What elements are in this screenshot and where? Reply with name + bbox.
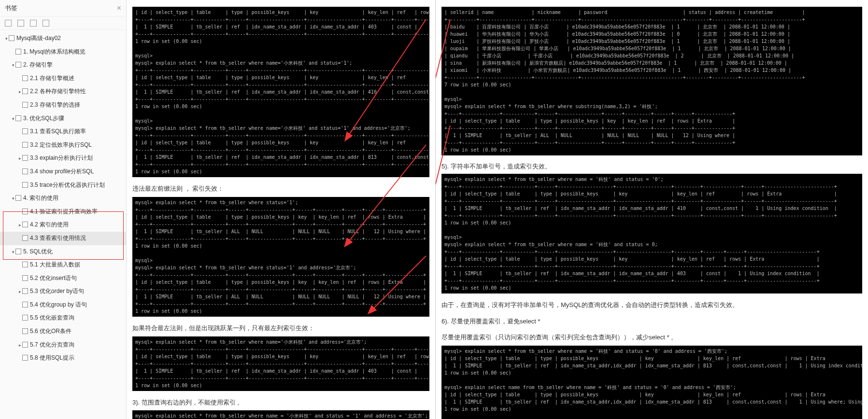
- bookmark-icon: [22, 168, 28, 174]
- bookmark-label: 3.1 查看SQL执行频率: [30, 128, 86, 135]
- bookmark-item[interactable]: 3.1 查看SQL执行频率: [0, 125, 126, 139]
- bookmark-icon: [22, 315, 28, 321]
- terminal-block: mysql> explain select * from tb_seller w…: [441, 346, 862, 419]
- bookmark-label: 3. 优化SQL步骤: [23, 115, 64, 122]
- bookmark-icon: [22, 75, 28, 81]
- bookmark-icon: [15, 249, 21, 254]
- tool-icon-2[interactable]: [17, 20, 24, 27]
- bookmark-item[interactable]: ▾4. 索引的使用: [0, 192, 126, 205]
- bookmark-label: 5.5 优化嵌套查询: [30, 314, 74, 321]
- terminal-block: mysql> explain select * from tb_seller w…: [441, 174, 862, 293]
- bookmark-item[interactable]: 5.2 优化insert语句: [0, 272, 126, 285]
- bookmark-item[interactable]: 3.4 show profile分析SQL: [0, 165, 126, 179]
- bookmark-item[interactable]: ▸5.3 优化order by语句: [0, 285, 126, 298]
- bookmark-label: 2.3 存储引擎的选择: [30, 101, 80, 108]
- terminal-block: mysql> explain select * from tb_seller w…: [132, 336, 429, 391]
- tool-icon-1[interactable]: [5, 20, 12, 27]
- bookmark-item[interactable]: 5.6 优化OR条件: [0, 325, 126, 338]
- bookmark-label: 2.1 存储引擎概述: [30, 75, 74, 82]
- bookmark-icon: [22, 142, 28, 148]
- caret-icon: [17, 354, 22, 362]
- tool-icon-3[interactable]: [30, 20, 37, 27]
- heading: 3). 范围查询右边的列，不能使用索引 。: [132, 398, 429, 408]
- bookmark-item[interactable]: 4.1 验证索引提升查询效率: [0, 205, 126, 219]
- tool-icon-4[interactable]: [43, 20, 49, 27]
- bookmark-item[interactable]: ▸3.3 explain分析执行计划: [0, 152, 126, 165]
- bookmark-label: Mysql高级-day02: [16, 35, 61, 42]
- bookmark-icon: [22, 302, 28, 307]
- bookmark-label: 4.2 索引的使用: [30, 221, 69, 228]
- bookmark-label: 5.3 优化order by语句: [30, 288, 84, 294]
- bookmark-item[interactable]: ▾Mysql高级-day02: [0, 32, 126, 45]
- bookmark-icon: [22, 155, 28, 161]
- sidebar-toolbar: [0, 17, 126, 30]
- bookmark-item[interactable]: ▸2.2 各种存储引擎特性: [0, 85, 126, 98]
- heading: 6). 尽量使用覆盖索引，避免select *: [441, 317, 862, 326]
- caret-icon: [17, 208, 22, 216]
- caret-icon: ▸: [17, 288, 22, 295]
- bookmark-icon: [22, 222, 28, 227]
- bookmark-item[interactable]: 5.5 优化嵌套查询: [0, 311, 126, 325]
- caret-icon: [17, 182, 22, 189]
- bookmark-icon: [15, 195, 21, 201]
- bookmark-item[interactable]: 2.3 存储引擎的选择: [0, 98, 126, 112]
- bookmark-icon: [22, 88, 28, 94]
- caret-icon: [17, 168, 22, 176]
- caret-icon: [17, 301, 22, 309]
- bookmark-icon: [22, 355, 28, 361]
- caret-icon: ▸: [17, 221, 22, 229]
- caret-icon: [17, 141, 22, 149]
- document-content: | id | select_type | table | type | poss…: [127, 0, 868, 419]
- caret-icon: [17, 261, 22, 269]
- bookmark-icon: [22, 235, 28, 241]
- bookmark-label: 1. Mysql的体系结构概览: [23, 48, 85, 55]
- bookmark-item[interactable]: ▸5.7 优化分页查询: [0, 338, 126, 352]
- caret-icon: [11, 48, 15, 56]
- bookmark-item[interactable]: ▸4.2 索引的使用: [0, 218, 126, 232]
- caret-icon: [17, 235, 22, 242]
- bookmark-item[interactable]: 2.1 存储引擎概述: [0, 72, 126, 85]
- bookmark-icon: [15, 49, 21, 55]
- bookmark-icon: [22, 128, 28, 134]
- caret-icon: ▾: [11, 115, 15, 123]
- paragraph: 如果符合最左法则，但是出现跳跃某一列，只有最左列索引生效：: [132, 323, 429, 334]
- terminal-block: | id | select_type | table | type | poss…: [132, 7, 429, 177]
- close-icon[interactable]: ×: [117, 4, 121, 13]
- caret-icon: ▾: [11, 195, 15, 202]
- bookmark-label: 5.1 大批量插入数据: [30, 261, 80, 268]
- terminal-block: mysql> explain select * from tb_seller w…: [132, 197, 429, 317]
- bookmark-item[interactable]: ▾5. SQL优化: [0, 245, 126, 259]
- sidebar-title: 书签: [5, 4, 17, 13]
- bookmark-item[interactable]: 5.8 使用SQL提示: [0, 351, 126, 365]
- caret-icon: ▸: [17, 154, 22, 162]
- bookmark-icon: [22, 102, 28, 108]
- bookmark-icon: [22, 209, 28, 214]
- paragraph: 由于，在查询是，没有对字符串加单引号，MySQL的查询优化器，会自动的进行类型转…: [441, 300, 862, 310]
- bookmark-item[interactable]: 5.1 大批量插入数据: [0, 258, 126, 272]
- caret-icon: [17, 328, 22, 335]
- bookmark-item[interactable]: 1. Mysql的体系结构概览: [0, 45, 126, 59]
- bookmark-tree: ▾Mysql高级-day02 1. Mysql的体系结构概览▾2. 存储引擎 2…: [0, 30, 126, 419]
- bookmark-label: 3.3 explain分析执行计划: [30, 154, 93, 161]
- bookmark-item[interactable]: 3.2 定位低效率执行SQL: [0, 139, 126, 152]
- bookmark-label: 5.4 优化group by 语句: [30, 301, 87, 308]
- bookmark-icon: [22, 328, 28, 334]
- terminal-block: mysql> explain select * from tb_seller w…: [132, 410, 429, 419]
- bookmark-item[interactable]: ▾3. 优化SQL步骤: [0, 112, 126, 126]
- bookmark-item[interactable]: ▾2. 存储引擎: [0, 58, 126, 72]
- bookmark-item[interactable]: 3.5 trace分析优化器执行计划: [0, 179, 126, 192]
- bookmark-icon: [22, 262, 28, 267]
- bookmarks-sidebar: 书签 × ▾Mysql高级-day02 1. Mysql的体系结构概览▾2. 存…: [0, 0, 127, 419]
- heading: 5). 字符串不加单引号，造成索引失效。: [441, 162, 862, 171]
- caret-icon: [17, 128, 22, 136]
- bookmark-item[interactable]: 4.3 查看索引使用情况: [0, 232, 126, 245]
- bookmark-icon: [15, 115, 21, 121]
- caret-icon: ▸: [17, 88, 22, 96]
- page-right: | sellerid | name | nickname | password …: [436, 0, 868, 419]
- bookmark-icon: [22, 275, 28, 281]
- bookmark-label: 2. 存储引擎: [23, 61, 53, 68]
- bookmark-item[interactable]: 5.4 优化group by 语句: [0, 298, 126, 312]
- sidebar-header: 书签 ×: [0, 0, 126, 17]
- caret-icon: [17, 101, 22, 109]
- bookmark-label: 5.8 使用SQL提示: [30, 354, 74, 361]
